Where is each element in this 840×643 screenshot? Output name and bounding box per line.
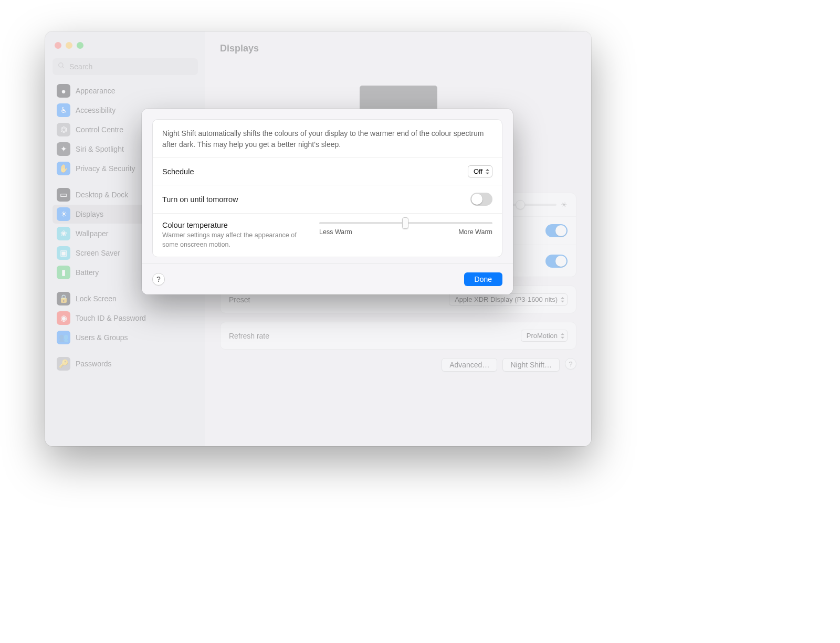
done-button[interactable]: Done xyxy=(464,272,502,286)
modal-footer: ? Done xyxy=(142,263,513,294)
manual-toggle[interactable] xyxy=(470,193,492,206)
temperature-slider[interactable] xyxy=(319,222,492,224)
temperature-label: Colour temperature xyxy=(162,221,299,229)
schedule-label: Schedule xyxy=(162,167,194,176)
modal-help-icon[interactable]: ? xyxy=(152,273,165,286)
manual-row: Turn on until tomorrow xyxy=(153,185,502,213)
less-warm-label: Less Warm xyxy=(319,228,352,236)
schedule-row: Schedule Off xyxy=(153,157,502,185)
night-shift-description: Night Shift automatically shifts the col… xyxy=(153,120,502,157)
night-shift-modal: Night Shift automatically shifts the col… xyxy=(142,109,513,294)
schedule-select[interactable]: Off xyxy=(468,165,492,177)
temperature-sub: Warmer settings may affect the appearanc… xyxy=(162,231,299,249)
temperature-row: Colour temperature Warmer settings may a… xyxy=(153,213,502,257)
more-warm-label: More Warm xyxy=(458,228,492,236)
manual-label: Turn on until tomorrow xyxy=(162,195,238,204)
night-shift-panel: Night Shift automatically shifts the col… xyxy=(152,119,502,257)
temperature-knob[interactable] xyxy=(402,217,408,229)
